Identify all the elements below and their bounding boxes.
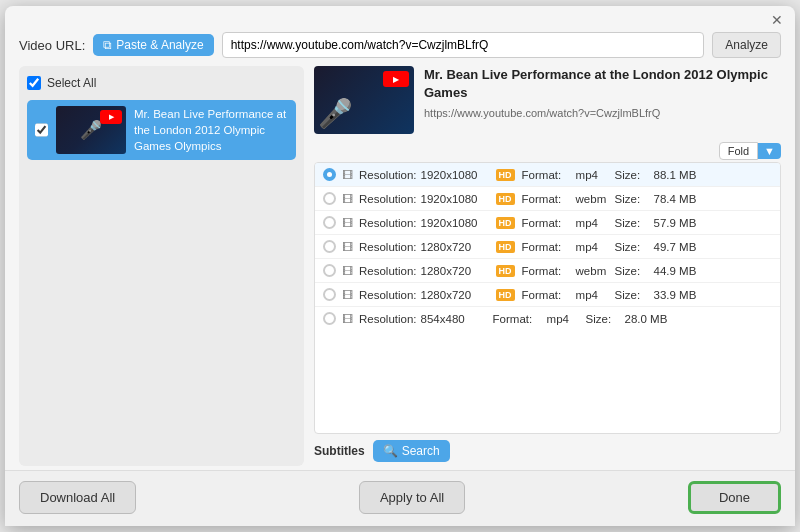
url-row: Video URL: ⧉ Paste & Analyze Analyze [5, 28, 795, 66]
hd-badge: HD [496, 169, 515, 181]
footer-center: Apply to All [359, 481, 465, 514]
close-button[interactable]: ✕ [769, 12, 785, 28]
format-row[interactable]: 🎞Resolution:854x480Format:mp4Size:28.0 M… [315, 307, 780, 330]
paste-analyze-button[interactable]: ⧉ Paste & Analyze [93, 34, 213, 56]
size-label: Size: [615, 169, 650, 181]
resolution-value: 1280x720 [421, 241, 489, 253]
film-icon: 🎞 [342, 169, 353, 181]
resolution-label: Resolution: [359, 289, 417, 301]
format-radio-button[interactable] [323, 168, 336, 181]
resolution-value: 1920x1080 [421, 217, 489, 229]
format-value: mp4 [576, 241, 611, 253]
format-row[interactable]: 🎞Resolution:1920x1080HDFormat:webmSize:7… [315, 187, 780, 211]
size-label: Size: [615, 289, 650, 301]
size-value: 78.4 MB [654, 193, 697, 205]
format-radio-button[interactable] [323, 264, 336, 277]
subtitles-search-button[interactable]: 🔍 Search [373, 440, 450, 462]
size-value: 49.7 MB [654, 241, 697, 253]
format-radio-button[interactable] [323, 192, 336, 205]
select-all-row: Select All [27, 74, 296, 94]
resolution-value: 1920x1080 [421, 193, 489, 205]
format-row[interactable]: 🎞Resolution:1920x1080HDFormat:mp4Size:88… [315, 163, 780, 187]
clipboard-icon: ⧉ [103, 38, 112, 52]
video-list-item[interactable]: 🎤 Mr. Bean Live Performance at the Londo… [27, 100, 296, 160]
hd-badge: HD [496, 265, 515, 277]
film-icon: 🎞 [342, 313, 353, 325]
select-all-checkbox[interactable] [27, 76, 41, 90]
format-radio-button[interactable] [323, 216, 336, 229]
youtube-logo-large [383, 71, 409, 87]
size-value: 88.1 MB [654, 169, 697, 181]
film-icon: 🎞 [342, 265, 353, 277]
size-label: Size: [615, 241, 650, 253]
format-row[interactable]: 🎞Resolution:1280x720HDFormat:mp4Size:33.… [315, 283, 780, 307]
main-window: ✕ Video URL: ⧉ Paste & Analyze Analyze S… [5, 6, 795, 526]
format-list-header: Fold ▼ [314, 142, 781, 160]
resolution-value: 1280x720 [421, 265, 489, 277]
done-button[interactable]: Done [688, 481, 781, 514]
resolution-label: Resolution: [359, 313, 417, 325]
analyze-button[interactable]: Analyze [712, 32, 781, 58]
format-label: Format: [522, 289, 572, 301]
resolution-value: 1920x1080 [421, 169, 489, 181]
size-value: 28.0 MB [625, 313, 668, 325]
fold-button[interactable]: Fold [719, 142, 758, 160]
format-label: Format: [522, 193, 572, 205]
format-label: Format: [493, 313, 543, 325]
main-content: Select All 🎤 Mr. Bean Live Performance a… [5, 66, 795, 466]
select-all-label: Select All [47, 76, 96, 90]
format-label: Format: [522, 241, 572, 253]
size-label: Size: [615, 193, 650, 205]
size-value: 44.9 MB [654, 265, 697, 277]
video-item-checkbox[interactable] [35, 123, 48, 137]
youtube-logo-small [100, 110, 122, 124]
format-radio-button[interactable] [323, 312, 336, 325]
size-label: Size: [615, 265, 650, 277]
apply-to-all-button[interactable]: Apply to All [359, 481, 465, 514]
format-value: mp4 [576, 169, 611, 181]
video-info-header: 🎤 Mr. Bean Live Performance at the Londo… [314, 66, 781, 134]
resolution-value: 1280x720 [421, 289, 489, 301]
person-icon-large: 🎤 [318, 97, 353, 130]
format-value: mp4 [576, 289, 611, 301]
url-input[interactable] [222, 32, 705, 58]
resolution-value: 854x480 [421, 313, 489, 325]
resolution-label: Resolution: [359, 265, 417, 277]
video-meta: Mr. Bean Live Performance at the London … [424, 66, 781, 119]
subtitles-label: Subtitles [314, 444, 365, 458]
hd-badge: HD [496, 241, 515, 253]
right-panel: 🎤 Mr. Bean Live Performance at the Londo… [314, 66, 781, 466]
subtitles-row: Subtitles 🔍 Search [314, 434, 781, 466]
film-icon: 🎞 [342, 217, 353, 229]
video-detail-url: https://www.youtube.com/watch?v=CwzjlmBL… [424, 107, 781, 119]
person-icon: 🎤 [80, 119, 102, 141]
download-all-button[interactable]: Download All [19, 481, 136, 514]
format-label: Format: [522, 265, 572, 277]
format-radio-button[interactable] [323, 240, 336, 253]
resolution-label: Resolution: [359, 241, 417, 253]
format-radio-button[interactable] [323, 288, 336, 301]
film-icon: 🎞 [342, 193, 353, 205]
hd-badge: HD [496, 217, 515, 229]
film-icon: 🎞 [342, 289, 353, 301]
format-value: webm [576, 193, 611, 205]
footer-left: Download All [19, 481, 136, 514]
url-label: Video URL: [19, 38, 85, 53]
video-detail-title: Mr. Bean Live Performance at the London … [424, 66, 781, 102]
hd-badge: HD [496, 193, 515, 205]
resolution-label: Resolution: [359, 169, 417, 181]
format-row[interactable]: 🎞Resolution:1280x720HDFormat:mp4Size:49.… [315, 235, 780, 259]
video-item-title: Mr. Bean Live Performance at the London … [134, 106, 288, 154]
format-row[interactable]: 🎞Resolution:1920x1080HDFormat:mp4Size:57… [315, 211, 780, 235]
resolution-label: Resolution: [359, 217, 417, 229]
fold-arrow-button[interactable]: ▼ [758, 143, 781, 159]
footer-right: Done [688, 481, 781, 514]
film-icon: 🎞 [342, 241, 353, 253]
search-icon: 🔍 [383, 444, 398, 458]
video-thumbnail-large: 🎤 [314, 66, 414, 134]
format-row[interactable]: 🎞Resolution:1280x720HDFormat:webmSize:44… [315, 259, 780, 283]
footer: Download All Apply to All Done [5, 470, 795, 526]
left-panel: Select All 🎤 Mr. Bean Live Performance a… [19, 66, 304, 466]
video-thumbnail-small: 🎤 [56, 106, 126, 154]
title-bar: ✕ [5, 6, 795, 28]
